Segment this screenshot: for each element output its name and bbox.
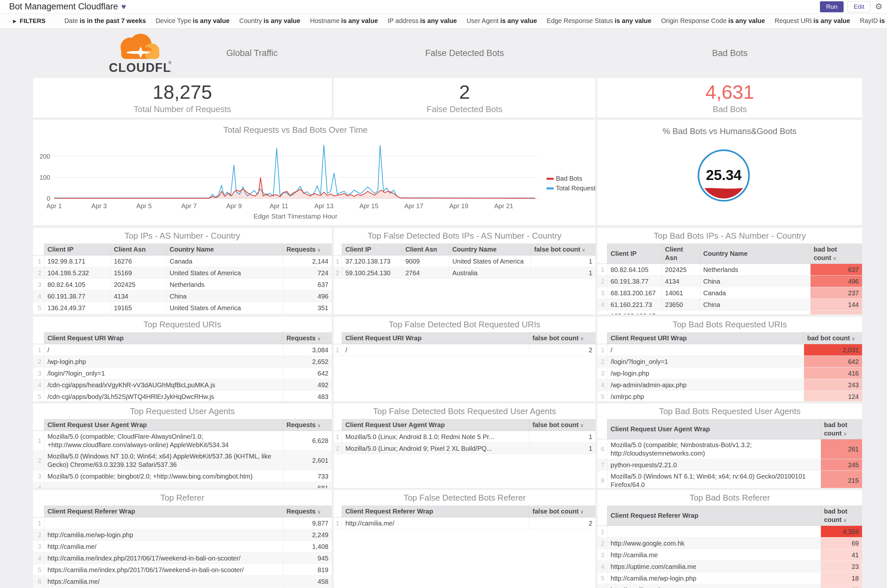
sort-desc-icon[interactable]: ∨ xyxy=(317,509,321,514)
row-number: 2 xyxy=(334,267,342,279)
legend-swatch[interactable] xyxy=(547,178,554,180)
table-cell: https://camilia.me/index.php/2017/06/17/… xyxy=(44,564,283,576)
filter-item[interactable]: Request URIis any value xyxy=(774,17,850,24)
column-header[interactable]: Requests∨ xyxy=(283,419,332,431)
table-cell: http://camilia.me/wp-login.php xyxy=(607,573,821,584)
run-button[interactable]: Run xyxy=(820,1,843,12)
row-number-header xyxy=(334,243,342,255)
column-header[interactable]: Client Request Referer Wrap xyxy=(607,506,821,526)
column-header[interactable]: Client Request Referer Wrap xyxy=(342,506,529,518)
row-number: 6 xyxy=(597,440,607,459)
sort-desc-icon[interactable]: ∨ xyxy=(852,336,855,341)
table-cell: China xyxy=(700,310,810,315)
filter-item[interactable]: RayIDis any value xyxy=(860,17,887,24)
table-cell: United States of America xyxy=(449,255,531,267)
column-header[interactable]: false bot count∨ xyxy=(531,243,595,255)
sort-desc-icon[interactable]: ∨ xyxy=(580,509,584,514)
row-number: 3 xyxy=(33,471,44,482)
table-cell: 11 xyxy=(821,584,862,588)
gear-icon[interactable]: ⚙ xyxy=(875,2,882,12)
table-cell: 1 xyxy=(531,267,595,279)
column-header[interactable]: bad bot count∨ xyxy=(821,506,862,526)
filter-item[interactable]: Origin Response Codeis any value xyxy=(661,17,765,24)
column-header[interactable]: bad bot count∨ xyxy=(810,243,862,264)
table-top-false-bot-uris: Top False Detected Bot Requested URIsCli… xyxy=(334,316,596,401)
filter-item[interactable]: IP addressis any value xyxy=(388,17,457,24)
column-header[interactable]: bad bot count∨ xyxy=(804,332,862,344)
filter-item[interactable]: Hostnameis any value xyxy=(310,17,378,24)
filter-item[interactable]: User Agentis any value xyxy=(466,17,537,24)
filters-expander-icon[interactable]: ▶ xyxy=(13,18,17,24)
column-header[interactable]: Client IP xyxy=(607,243,661,264)
table-cell: python-requests/2.21.0 xyxy=(607,459,821,471)
column-header[interactable]: Client IP xyxy=(44,243,110,255)
sort-desc-icon[interactable]: ∨ xyxy=(843,518,847,523)
row-number: 6 xyxy=(597,584,607,588)
filter-item[interactable]: Dateis in the past 7 weeks xyxy=(65,17,146,24)
table-top-false-bot-referer: Top False Detected Bots RefererClient Re… xyxy=(334,490,596,588)
column-header[interactable]: Client IP xyxy=(342,243,402,255)
column-header[interactable]: Requests∨ xyxy=(283,243,332,255)
column-header[interactable]: Client Request URI Wrap xyxy=(44,332,283,344)
sort-desc-icon[interactable]: ∨ xyxy=(580,423,584,428)
column-header[interactable]: Country Name xyxy=(700,243,810,264)
legend-label[interactable]: Total Requests xyxy=(556,184,595,192)
row-number: 3 xyxy=(597,549,607,561)
table-cell: https://uptime.com/camilia.me xyxy=(607,561,821,573)
column-header[interactable]: Client Request User Agent Wrap xyxy=(607,419,821,440)
table-cell: / xyxy=(44,344,283,356)
chart-total-vs-badbots: Total Requests vs Bad Bots Over Time0100… xyxy=(33,120,595,225)
table-cell: 2,031 xyxy=(804,344,862,356)
column-header[interactable]: Client Request URI Wrap xyxy=(342,332,529,344)
sort-desc-icon[interactable]: ∨ xyxy=(317,423,321,428)
sort-desc-icon[interactable]: ∨ xyxy=(580,336,584,341)
table-cell: 68.183.200.167 xyxy=(607,287,661,299)
table-cell: Mozilla/5.0 (Linux; Android 8.1.0; Redmi… xyxy=(342,431,529,442)
column-header[interactable]: Client Request URI Wrap xyxy=(607,332,804,344)
table-cell: http://camilia.me/wp-login.php xyxy=(44,529,283,541)
table-cell: Mozilla/5.0 (Linux; Android 9; Pixel 2 X… xyxy=(342,442,529,454)
sort-desc-icon[interactable]: ∨ xyxy=(843,431,847,436)
sort-desc-icon[interactable]: ∨ xyxy=(317,336,321,341)
column-header[interactable]: Client Asn xyxy=(110,243,166,255)
table-cell: 4134 xyxy=(110,291,166,302)
table-row: 19,877 xyxy=(33,518,332,529)
table-cell: 104.198.5.232 xyxy=(44,267,110,279)
column-header[interactable]: false bot count∨ xyxy=(529,506,595,518)
filter-item[interactable]: Device Typeis any value xyxy=(155,17,229,24)
row-number-header xyxy=(334,332,342,344)
column-header[interactable]: Client Request Referer Wrap xyxy=(44,506,283,518)
column-header[interactable]: Country Name xyxy=(449,243,531,255)
column-header[interactable]: Client Asn xyxy=(661,243,700,264)
column-header[interactable]: false bot count∨ xyxy=(529,419,595,431)
row-number: 4 xyxy=(597,561,607,573)
sort-desc-icon[interactable]: ∨ xyxy=(317,247,321,252)
table-cell: Canada xyxy=(700,287,810,299)
filter-item[interactable]: Countryis any value xyxy=(239,17,300,24)
table-row: 5https://camilia.me/index.php/2017/06/17… xyxy=(33,564,332,576)
table-row: 4https://uptime.com/camilia.me23 xyxy=(597,561,862,573)
legend-swatch[interactable] xyxy=(547,188,554,189)
column-header[interactable]: Country Name xyxy=(166,243,283,255)
column-header[interactable]: Requests∨ xyxy=(283,332,332,344)
table-title: Top False Detected Bots Requested User A… xyxy=(334,404,596,419)
row-number: 1 xyxy=(334,344,342,356)
table-cell: 237 xyxy=(810,287,862,299)
column-header[interactable]: bad bot count∨ xyxy=(821,419,862,440)
sort-desc-icon[interactable]: ∨ xyxy=(833,255,836,261)
table-cell: 60.191.38.77 xyxy=(44,291,110,302)
row-number: 1 xyxy=(33,344,44,356)
edit-button[interactable]: Edit xyxy=(848,1,870,12)
column-header[interactable]: false bot count∨ xyxy=(529,332,595,344)
table-top-bad-bot-ips: Top Bad Bots IPs - AS Number - CountryCl… xyxy=(597,228,862,314)
sort-desc-icon[interactable]: ∨ xyxy=(582,247,585,252)
column-header[interactable]: Requests∨ xyxy=(283,506,332,518)
legend-label[interactable]: Bad Bots xyxy=(556,175,582,182)
table-cell: 2 xyxy=(529,518,595,529)
column-header[interactable]: Client Request User Agent Wrap xyxy=(342,419,529,431)
table-row: 5136.24.49.3719165United States of Ameri… xyxy=(33,302,332,314)
filter-item[interactable]: Edge Response Statusis any value xyxy=(547,17,651,24)
column-header[interactable]: Client Asn xyxy=(402,243,449,255)
column-header[interactable]: Client Request User Agent Wrap xyxy=(44,419,283,431)
filters-label[interactable]: FILTERS xyxy=(20,18,46,25)
